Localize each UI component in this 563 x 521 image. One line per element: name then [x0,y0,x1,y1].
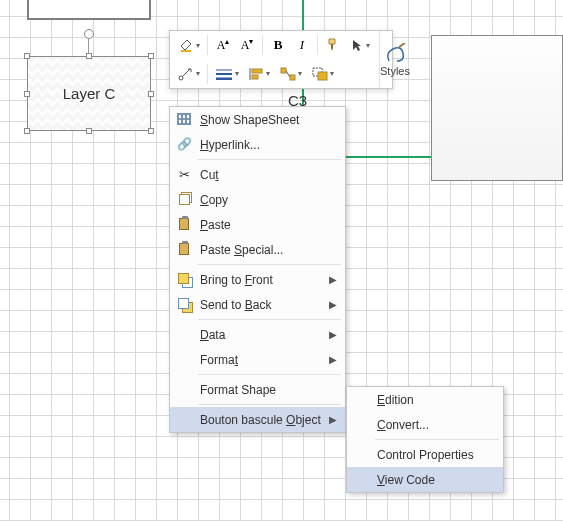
text: Send to Back [200,298,271,312]
menu-separator [375,439,499,440]
text: Cut [200,168,219,182]
submenu-convert[interactable]: Convert... [347,412,503,437]
svg-rect-6 [252,69,262,73]
menu-copy[interactable]: Copy [170,187,345,212]
text: Paste [200,218,231,232]
copy-icon [176,191,192,207]
rotation-handle[interactable] [84,29,94,39]
connector-tool-button[interactable]: ▾ [174,62,204,86]
align-button[interactable]: ▾ [243,62,275,86]
shrink-font-button[interactable]: A▾ [235,33,259,57]
menu-separator [198,159,341,160]
submenu-arrow-icon: ▶ [329,274,337,285]
menu-format[interactable]: Format ▶ [170,347,345,372]
context-menu: Show ShapeSheet 🔗 Hyperlink... ✂ Cut Cop… [169,106,346,433]
text: Paste Special... [200,243,283,257]
italic-button[interactable]: I [290,33,314,57]
menu-hyperlink[interactable]: 🔗 Hyperlink... [170,132,345,157]
shapesheet-icon [176,111,192,127]
svg-rect-0 [181,50,191,52]
submenu-view-code[interactable]: View Code [347,467,503,492]
text: Hyperlink... [200,138,260,152]
resize-handle-w[interactable] [24,91,30,97]
text: Format Shape [200,383,276,397]
rotation-stem [88,39,89,53]
shape-right-rect[interactable] [431,35,563,181]
mini-toolbar: ▾ A▴ A▾ B I ▾ ▾ ▾ [169,30,393,89]
align-icon [248,67,264,81]
shape-layer-c-text: Layer C [63,85,116,102]
line-weight-icon [215,68,233,80]
submenu-arrow-icon: ▶ [329,299,337,310]
submenu-edition[interactable]: Edition [347,387,503,412]
svg-rect-9 [290,75,295,80]
styles-icon [383,43,407,65]
submenu-control-properties[interactable]: Control Properties [347,442,503,467]
fill-color-button[interactable]: ▾ [174,33,204,57]
menu-separator [198,264,341,265]
menu-bring-to-front[interactable]: Bring to Front ▶ [170,267,345,292]
menu-cut[interactable]: ✂ Cut [170,162,345,187]
text: Copy [200,193,228,207]
text: Control Properties [377,448,474,462]
group-button[interactable]: ▾ [307,62,339,86]
paintbrush-icon [325,37,341,53]
submenu-arrow-icon: ▶ [329,329,337,340]
resize-handle-sw[interactable] [24,128,30,134]
resize-handle-s[interactable] [86,128,92,134]
grow-font-button[interactable]: A▴ [211,33,235,57]
menu-paste-special[interactable]: Paste Special... [170,237,345,262]
svg-rect-11 [318,72,327,80]
menu-separator [198,374,341,375]
bucket-icon [178,37,194,53]
pointer-tool-button[interactable]: ▾ [345,33,375,57]
resize-handle-ne[interactable] [148,53,154,59]
menu-separator [198,319,341,320]
text: Show ShapeSheet [200,113,299,127]
styles-panel-button[interactable]: Styles [379,31,410,88]
auto-align-button[interactable]: ▾ [275,62,307,86]
text: View Code [377,473,435,487]
autoalign-icon [280,67,296,81]
cut-icon: ✂ [176,166,192,182]
context-submenu: Edition Convert... Control Properties Vi… [346,386,504,493]
text: Bring to Front [200,273,273,287]
text: Edition [377,393,414,407]
resize-handle-se[interactable] [148,128,154,134]
text: Bouton bascule Object [200,413,321,427]
menu-object[interactable]: Bouton bascule Object ▶ [170,407,345,432]
menu-show-shapesheet[interactable]: Show ShapeSheet [170,107,345,132]
styles-label: Styles [380,65,410,77]
text: Convert... [377,418,429,432]
send-back-icon [176,296,192,312]
connector-icon [178,67,194,81]
svg-rect-7 [252,75,258,79]
resize-handle-e[interactable] [148,91,154,97]
submenu-arrow-icon: ▶ [329,354,337,365]
svg-rect-8 [281,68,286,73]
resize-handle-nw[interactable] [24,53,30,59]
svg-point-1 [179,76,183,80]
format-painter-button[interactable] [321,33,345,57]
text: Format [200,353,238,367]
line-style-button[interactable]: ▾ [211,62,243,86]
group-icon [312,67,328,81]
cursor-icon [350,38,364,52]
hyperlink-icon: 🔗 [176,136,192,152]
menu-data[interactable]: Data ▶ [170,322,345,347]
paste-icon [176,216,192,232]
bring-front-icon [176,271,192,287]
menu-paste[interactable]: Paste [170,212,345,237]
shape-layer-c[interactable]: Layer C [27,56,151,131]
menu-format-shape[interactable]: Format Shape [170,377,345,402]
resize-handle-n[interactable] [86,53,92,59]
paste-special-icon [176,241,192,257]
menu-separator [198,404,341,405]
bold-button[interactable]: B [266,33,290,57]
submenu-arrow-icon: ▶ [329,414,337,425]
shape-top-rect[interactable] [27,0,151,20]
text: Data [200,328,225,342]
menu-send-to-back[interactable]: Send to Back ▶ [170,292,345,317]
